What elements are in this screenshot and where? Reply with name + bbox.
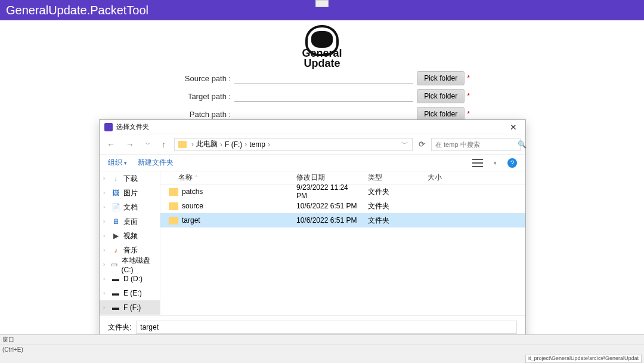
- chevron-right-icon: ›: [103, 290, 108, 296]
- chevron-right-icon: ›: [103, 233, 108, 239]
- search-input[interactable]: [435, 141, 518, 148]
- tree-item[interactable]: ›▬E (E:): [100, 286, 160, 300]
- tree-item[interactable]: ›▬F (F:): [100, 300, 160, 315]
- chevron-right-icon: ›: [103, 276, 108, 282]
- chevron-right-icon: ›: [103, 190, 108, 196]
- view-options-icon[interactable]: [472, 159, 483, 167]
- new-folder-button[interactable]: 新建文件夹: [138, 158, 174, 168]
- file-row[interactable]: patchs9/23/2022 11:24 PM文件夹: [160, 184, 525, 199]
- tree-item[interactable]: ›▶视频: [100, 229, 160, 243]
- tree-item-icon: ↓: [112, 174, 120, 183]
- chevron-right-icon: ›: [103, 204, 108, 210]
- forward-icon[interactable]: →: [123, 139, 137, 150]
- file-date: 10/6/2022 6:51 PM: [292, 202, 363, 210]
- tree-item-icon: 🖥: [112, 217, 120, 226]
- tab-handle-icon[interactable]: [315, 0, 329, 7]
- app-title: GeneralUpdate.PacketTool: [6, 4, 148, 17]
- folder-icon: [169, 188, 178, 196]
- file-type: 文件夹: [363, 201, 423, 211]
- tree-item-icon: ▬: [112, 303, 120, 312]
- chevron-right-icon: ›: [103, 304, 108, 310]
- address-bar[interactable]: › 此电脑 › F (F:) › temp › ﹀: [174, 138, 413, 151]
- ide-bottom-strip: 窗口 (Ctrl+E) it_project\GeneralUpdate\src…: [0, 334, 644, 363]
- source-path-input[interactable]: [234, 72, 413, 84]
- back-icon[interactable]: ←: [104, 139, 117, 150]
- breadcrumb-folder[interactable]: temp: [249, 140, 265, 149]
- folder-icon: [169, 217, 178, 224]
- folder-icon: [178, 141, 187, 148]
- file-type: 文件夹: [363, 216, 423, 226]
- file-rows: patchs9/23/2022 11:24 PM文件夹source10/6/20…: [160, 184, 525, 227]
- folder-tree[interactable]: ›↓下载›🖼图片›📄文档›🖥桌面›▶视频›♪音乐›▭本地磁盘 (C:)›▬D (…: [100, 171, 160, 315]
- tree-item-label: 音乐: [123, 245, 138, 256]
- logo-text: GeneralUpdate: [302, 48, 342, 69]
- tree-item-icon: ♪: [112, 246, 120, 254]
- search-icon[interactable]: 🔍: [518, 140, 527, 149]
- file-date: 10/6/2022 6:51 PM: [292, 216, 363, 224]
- folder-name-input[interactable]: [136, 321, 517, 334]
- organize-button[interactable]: 组织: [108, 158, 127, 168]
- col-size-header[interactable]: 大小: [423, 173, 459, 183]
- tree-item-icon: ▭: [111, 260, 118, 269]
- target-path-row: Target path : Pick folder *: [174, 89, 470, 103]
- dialog-title: 选择文件夹: [116, 122, 149, 131]
- tree-item[interactable]: ›▬D (D:): [100, 272, 160, 286]
- sort-indicator-icon: ˄: [195, 175, 198, 181]
- column-headers: 名称˄ 修改日期 类型 大小: [160, 171, 525, 184]
- app-logo: GeneralUpdate: [289, 24, 355, 69]
- target-path-input[interactable]: [234, 90, 413, 102]
- tree-item[interactable]: ›🖼图片: [100, 186, 160, 200]
- chevron-down-icon[interactable]: ﹀: [143, 139, 153, 150]
- help-icon[interactable]: ?: [507, 158, 517, 168]
- tree-item[interactable]: ›📄文档: [100, 200, 160, 214]
- tree-item-label: 视频: [123, 231, 138, 241]
- file-list: 名称˄ 修改日期 类型 大小 patchs9/23/2022 11:24 PM文…: [160, 171, 525, 315]
- tree-item[interactable]: ›🖥桌面: [100, 214, 160, 229]
- breadcrumb-drive[interactable]: F (F:): [225, 140, 242, 149]
- target-path-label: Target path :: [174, 92, 231, 101]
- tree-item-icon: ▬: [112, 275, 120, 283]
- col-name-header[interactable]: 名称˄: [160, 173, 292, 183]
- source-pick-button[interactable]: Pick folder: [417, 71, 465, 85]
- breadcrumb-pc[interactable]: 此电脑: [196, 139, 218, 149]
- folder-name-label: 文件夹:: [108, 322, 131, 333]
- tree-item[interactable]: ›▭本地磁盘 (C:): [100, 257, 160, 272]
- patch-path-label: Patch path :: [174, 110, 231, 119]
- chevron-down-icon[interactable]: ▾: [494, 160, 497, 166]
- tree-item-icon: ▶: [112, 232, 120, 240]
- patch-path-input[interactable]: [234, 108, 413, 120]
- col-date-header[interactable]: 修改日期: [292, 173, 363, 183]
- close-icon[interactable]: ✕: [506, 122, 521, 132]
- file-name: target: [182, 216, 200, 224]
- required-asterisk: *: [467, 74, 470, 82]
- ide-path-box[interactable]: it_project\GeneralUpdate\src\c#\GeneralU…: [525, 355, 642, 363]
- dialog-app-icon: [104, 123, 113, 131]
- tree-item-icon: 🖼: [112, 189, 120, 197]
- chevron-right-icon: ›: [103, 176, 108, 182]
- ide-shortcut-hint: (Ctrl+E): [2, 346, 23, 353]
- ide-window-tab[interactable]: 窗口: [2, 336, 14, 344]
- tree-item-label: D (D:): [123, 275, 143, 283]
- chevron-right-icon: ›: [103, 262, 107, 267]
- tree-item-label: E (E:): [123, 289, 142, 297]
- file-name: source: [182, 202, 203, 210]
- tree-item-label: 文档: [123, 202, 138, 213]
- app-titlebar: GeneralUpdate.PacketTool: [0, 0, 644, 20]
- up-icon[interactable]: ↑: [159, 139, 168, 150]
- file-row[interactable]: target10/6/2022 6:51 PM文件夹: [160, 213, 525, 227]
- col-type-header[interactable]: 类型: [363, 173, 423, 183]
- chevron-right-icon: ›: [103, 247, 108, 253]
- file-type: 文件夹: [363, 187, 423, 197]
- dialog-body: ›↓下载›🖼图片›📄文档›🖥桌面›▶视频›♪音乐›▭本地磁盘 (C:)›▬D (…: [100, 171, 525, 315]
- source-path-row: Source path : Pick folder *: [174, 71, 470, 85]
- folder-icon: [169, 202, 178, 210]
- dialog-nav-bar: ← → ﹀ ↑ › 此电脑 › F (F:) › temp › ﹀ ⟳ 🔍: [100, 134, 525, 155]
- refresh-icon[interactable]: ⟳: [419, 140, 425, 149]
- tree-item-icon: 📄: [112, 203, 120, 211]
- chevron-down-icon[interactable]: ﹀: [401, 139, 408, 149]
- search-box[interactable]: 🔍: [431, 138, 521, 151]
- target-pick-button[interactable]: Pick folder: [417, 89, 465, 103]
- file-row[interactable]: source10/6/2022 6:51 PM文件夹: [160, 199, 525, 213]
- dialog-toolbar: 组织 新建文件夹 ▾ ?: [100, 155, 525, 171]
- tree-item[interactable]: ›↓下载: [100, 171, 160, 186]
